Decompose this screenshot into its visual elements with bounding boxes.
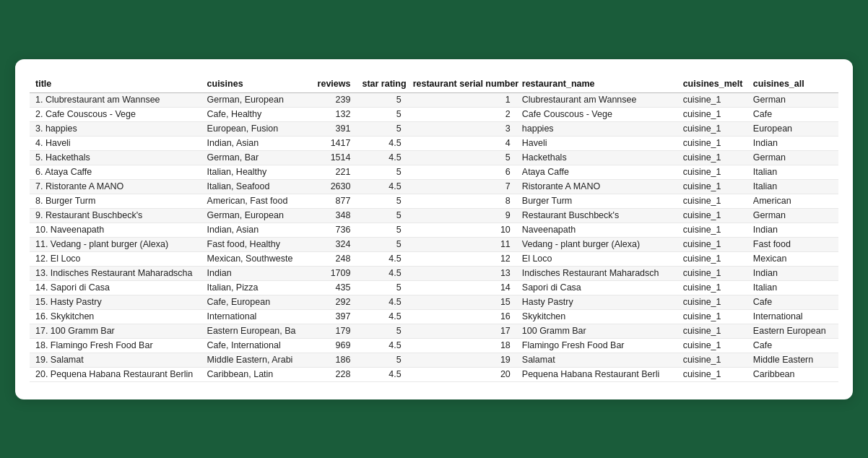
table-cell: cuisine_1 xyxy=(677,92,747,107)
table-row: 6. Ataya CaffeItalian, Healthy22156Ataya… xyxy=(30,165,838,179)
table-cell: Indian xyxy=(747,222,838,237)
table-cell: Ataya Caffe xyxy=(516,165,677,179)
table-cell: 1709 xyxy=(310,266,357,280)
table-cell: Indian xyxy=(747,136,838,150)
table-cell: Cafe xyxy=(747,338,838,353)
table-cell: German, European xyxy=(201,208,310,222)
table-cell: Hasty Pastry xyxy=(516,295,677,309)
table-cell: Cafe xyxy=(747,107,838,121)
table-cell: 5 xyxy=(356,324,407,338)
table-row: 19. SalamatMiddle Eastern, Arabi186519Sa… xyxy=(30,353,838,367)
table-cell: International xyxy=(747,309,838,324)
table-cell: Italian xyxy=(747,165,838,179)
table-cell: Salamat xyxy=(516,353,677,367)
table-cell: cuisine_1 xyxy=(677,324,747,338)
table-cell: 12 xyxy=(407,251,516,266)
table-cell: Mexican, Southweste xyxy=(201,251,310,266)
table-cell: 5 xyxy=(407,150,516,165)
table-row: 17. 100 Gramm BarEastern European, Ba179… xyxy=(30,324,838,338)
table-cell: 10 xyxy=(407,222,516,237)
table-cell: 435 xyxy=(310,280,357,295)
table-cell: Indian xyxy=(747,266,838,280)
col-header-title: title xyxy=(30,77,201,93)
table-cell: 14 xyxy=(407,280,516,295)
table-cell: cuisine_1 xyxy=(677,121,747,136)
table-cell: Hackethals xyxy=(516,150,677,165)
table-cell: Indian, Asian xyxy=(201,222,310,237)
table-cell: Italian, Seafood xyxy=(201,179,310,194)
col-header-star: star rating xyxy=(356,77,407,93)
table-cell: El Loco xyxy=(516,251,677,266)
table-cell: cuisine_1 xyxy=(677,179,747,194)
table-cell: Middle Eastern, Arabi xyxy=(201,353,310,367)
table-row: 9. Restaurant Buschbeck'sGerman, Europea… xyxy=(30,208,838,222)
table-cell: Clubrestaurant am Wannsee xyxy=(516,92,677,107)
table-cell: American, Fast food xyxy=(201,194,310,208)
table-cell: Eastern European xyxy=(747,324,838,338)
table-cell: Indian, Asian xyxy=(201,136,310,150)
table-cell: cuisine_1 xyxy=(677,295,747,309)
table-row: 11. Vedang - plant burger (Alexa)Fast fo… xyxy=(30,237,838,251)
table-cell: 16 xyxy=(407,309,516,324)
table-cell: cuisine_1 xyxy=(677,309,747,324)
col-header-melt: cuisines_melt xyxy=(677,77,747,93)
table-cell: Italian, Pizza xyxy=(201,280,310,295)
table-cell: 2630 xyxy=(310,179,357,194)
table-row: 4. HaveliIndian, Asian14174.54Havelicuis… xyxy=(30,136,838,150)
table-cell: Mexican xyxy=(747,251,838,266)
table-cell: 186 xyxy=(310,353,357,367)
table-cell: cuisine_1 xyxy=(677,338,747,353)
table-cell: German xyxy=(747,208,838,222)
table-cell: 4.5 xyxy=(356,150,407,165)
table-cell: Sapori di Casa xyxy=(516,280,677,295)
table-cell: 10. Naveenapath xyxy=(30,222,201,237)
table-row: 5. HackethalsGerman, Bar15144.55Hacketha… xyxy=(30,150,838,165)
table-cell: 4.5 xyxy=(356,338,407,353)
table-cell: 239 xyxy=(310,92,357,107)
table-cell: 5 xyxy=(356,222,407,237)
table-cell: 4.5 xyxy=(356,266,407,280)
table-cell: cuisine_1 xyxy=(677,165,747,179)
table-row: 12. El LocoMexican, Southweste2484.512El… xyxy=(30,251,838,266)
table-cell: 5 xyxy=(356,194,407,208)
col-header-rname: restaurant_name xyxy=(516,77,677,93)
table-cell: cuisine_1 xyxy=(677,251,747,266)
table-cell: 5 xyxy=(356,353,407,367)
table-cell: 6 xyxy=(407,165,516,179)
table-row: 14. Sapori di CasaItalian, Pizza435514Sa… xyxy=(30,280,838,295)
table-cell: 228 xyxy=(310,367,357,381)
table-cell: Fast food, Healthy xyxy=(201,237,310,251)
table-cell: cuisine_1 xyxy=(677,150,747,165)
table-cell: 5 xyxy=(356,107,407,121)
table-cell: 3. happies xyxy=(30,121,201,136)
table-cell: 4.5 xyxy=(356,251,407,266)
table-cell: Pequena Habana Restaurant Berli xyxy=(516,367,677,381)
table-cell: 348 xyxy=(310,208,357,222)
table-cell: German, Bar xyxy=(201,150,310,165)
table-cell: International xyxy=(201,309,310,324)
table-cell: 4.5 xyxy=(356,367,407,381)
table-cell: Ristorante A MANO xyxy=(516,179,677,194)
table-cell: 7. Ristorante A MANO xyxy=(30,179,201,194)
table-cell: Eastern European, Ba xyxy=(201,324,310,338)
table-cell: 4 xyxy=(407,136,516,150)
table-cell: 20 xyxy=(407,367,516,381)
table-cell: 18. Flamingo Fresh Food Bar xyxy=(30,338,201,353)
table-cell: Middle Eastern xyxy=(747,353,838,367)
table-cell: cuisine_1 xyxy=(677,208,747,222)
table-cell: 3 xyxy=(407,121,516,136)
table-cell: 11. Vedang - plant burger (Alexa) xyxy=(30,237,201,251)
table-header-row: title cuisines reviews star rating resta… xyxy=(30,77,838,93)
table-cell: 4.5 xyxy=(356,179,407,194)
table-cell: 19 xyxy=(407,353,516,367)
table-cell: Haveli xyxy=(516,136,677,150)
table-row: 16. SkykitchenInternational3974.516Skyki… xyxy=(30,309,838,324)
table-cell: Cafe, Healthy xyxy=(201,107,310,121)
table-cell: cuisine_1 xyxy=(677,222,747,237)
table-cell: 4. Haveli xyxy=(30,136,201,150)
table-cell: German, European xyxy=(201,92,310,107)
col-header-all: cuisines_all xyxy=(747,77,838,93)
table-row: 8. Burger TurmAmerican, Fast food87758Bu… xyxy=(30,194,838,208)
table-cell: 5 xyxy=(356,165,407,179)
table-cell: American xyxy=(747,194,838,208)
